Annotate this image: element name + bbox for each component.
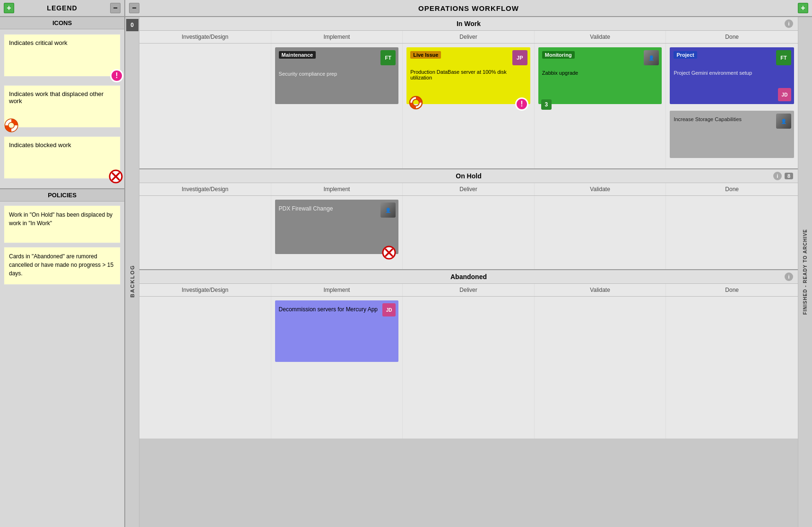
backlog-strip: 0 BACKLOG [125,17,139,527]
finished-label: FINISHED - READY TO ARCHIVE [803,229,808,315]
on-hold-col-h4: Done [666,183,798,195]
monitoring-number-badge: 3 [541,99,552,110]
legend-blocked-text: Indicates blocked work [9,141,71,149]
legend-title: LEGEND [47,4,77,12]
in-work-info-icon[interactable]: i [785,19,793,28]
on-hold-col-4 [666,196,798,269]
policy-text-2: Cards in "Abandoned" are rumored cancell… [9,253,113,277]
legend-displaced-item: Indicates work that displaced other work [4,85,121,128]
legend-critical-item: Indicates critical work ! [4,34,121,77]
decommission-wrapper: JD Decommission servers for Mercury App [275,300,399,362]
increase-storage-avatar: 👤 [776,114,791,129]
backlog-label: BACKLOG [130,35,135,527]
col-header-implement: Implement [271,31,403,43]
in-work-col-1: Maintenance FT Security compliance prep [271,44,403,168]
abandoned-section: Abandoned i Investigate/Design Implement… [139,270,798,527]
on-hold-col-h3: Validate [535,183,666,195]
decommission-card[interactable]: JD Decommission servers for Mercury App [275,300,399,362]
legend-panel: ICONS Indicates critical work ! Indicate… [0,17,125,527]
on-hold-section: On Hold i 8 Investigate/Design Implement… [139,169,798,270]
on-hold-col-bodies: 👤 PDX Firewall Change [139,196,798,269]
monitoring-title: Zabbix upgrade [542,70,658,76]
policies-header: POLICIES [0,189,124,202]
on-hold-col-1: 👤 PDX Firewall Change [271,196,403,269]
monitoring-card-wrapper: Monitoring 👤 Zabbix upgrade 3 [538,47,662,104]
policy-note-1: Work in "On Hold" has been displaced by … [4,205,121,243]
on-hold-col-h1: Implement [271,183,403,195]
abandoned-col-2 [403,297,535,439]
legend-critical-text: Indicates critical work [9,39,68,46]
body-row: ICONS Indicates critical work ! Indicate… [0,17,812,527]
live-issue-type-label: Live Issue [410,51,441,59]
backlog-number: 0 [126,19,138,31]
monitoring-type-label: Monitoring [542,51,575,59]
abandoned-col-3 [535,297,666,439]
on-hold-col-h0: Investigate/Design [139,183,271,195]
decommission-title: Decommission servers for Mercury App [279,304,395,313]
abandoned-info-icon[interactable]: i [785,272,793,281]
workflow-plus-button[interactable]: + [798,3,808,13]
on-hold-col-2 [403,196,535,269]
project-avatar-ft: FT [776,50,791,65]
workflow-minus-button[interactable]: − [129,3,139,13]
in-work-title: In Work [457,20,481,27]
legend-header-left: + − LEGEND [0,0,125,16]
maintenance-card[interactable]: Maintenance FT Security compliance prep [275,47,399,104]
increase-storage-card[interactable]: 👤 Increase Storage Capabilities [670,111,794,158]
abandoned-col-1: JD Decommission servers for Mercury App [271,297,403,439]
abandoned-col-0 [139,297,271,439]
blocked-x-icon-badge [108,169,123,185]
svg-point-1 [8,122,15,129]
project-card[interactable]: Project FT JD Project Gemini environment… [670,47,794,104]
on-hold-info-icon[interactable]: i [773,172,782,180]
legend-critical-card: Indicates critical work [4,34,121,77]
abandoned-col-headers: Investigate/Design Implement Deliver Val… [139,284,798,297]
increase-storage-wrapper: 👤 Increase Storage Capabilities [670,111,794,158]
blocked-x-icon [108,169,123,184]
legend-displaced-card: Indicates work that displaced other work [4,85,121,128]
on-hold-info: i 8 [773,172,793,180]
maintenance-card-wrapper: Maintenance FT Security compliance prep [275,47,399,104]
abandoned-col-h3: Validate [535,284,666,296]
in-work-col-bodies: Maintenance FT Security compliance prep … [139,44,798,168]
legend-minus-button[interactable]: − [110,3,121,13]
in-work-info: i [785,19,793,28]
live-issue-card-wrapper: Live Issue JP Production DataBase server… [406,47,530,104]
maintenance-title: Security compliance prep [279,71,395,77]
in-work-title-bar: In Work i [139,17,798,31]
workflow-header: − OPERATIONS WORKFLOW + [125,0,812,16]
on-hold-title: On Hold [456,172,481,180]
abandoned-title: Abandoned [450,273,487,281]
col-header-validate: Validate [535,31,666,43]
abandoned-col-h0: Investigate/Design [139,284,271,296]
board-main: In Work i Investigate/Design Implement D… [139,17,798,527]
in-work-col-4: Project FT JD Project Gemini environment… [666,44,798,168]
live-issue-critical: ! [515,97,528,111]
live-issue-avatar-jp: JP [512,50,527,65]
abandoned-col-h1: Implement [271,284,403,296]
live-issue-card[interactable]: Live Issue JP Production DataBase server… [406,47,530,104]
live-issue-title: Production DataBase server at 100% disk … [410,69,527,80]
col-header-deliver: Deliver [403,31,535,43]
workflow-title: OPERATIONS WORKFLOW [418,4,519,12]
monitoring-card[interactable]: Monitoring 👤 Zabbix upgrade [538,47,662,104]
col-header-done: Done [666,31,798,43]
pdx-firewall-title: PDX Firewall Change [279,203,395,212]
on-hold-title-bar: On Hold i 8 [139,169,798,183]
abandoned-col-4 [666,297,798,439]
pdx-firewall-card[interactable]: 👤 PDX Firewall Change [275,200,399,254]
top-row: + − LEGEND − OPERATIONS WORKFLOW + [0,0,812,17]
live-issue-critical-icon: ! [515,97,528,111]
in-work-col-3: Monitoring 👤 Zabbix upgrade 3 [535,44,666,168]
abandoned-col-h4: Done [666,284,798,296]
lifebuoy-icon-badge [4,118,19,134]
decommission-avatar-jd: JD [382,303,396,316]
project-avatar-jd: JD [778,88,791,101]
policies-section: POLICIES Work in "On Hold" has been disp… [0,189,124,527]
project-type-label: Project [674,51,697,59]
legend-plus-button[interactable]: + [4,3,14,13]
abandoned-col-bodies: JD Decommission servers for Mercury App [139,297,798,439]
live-issue-lifebuoy [408,95,423,112]
pdx-firewall-blocked [381,245,397,262]
legend-blocked-card: Indicates blocked work [4,136,121,179]
